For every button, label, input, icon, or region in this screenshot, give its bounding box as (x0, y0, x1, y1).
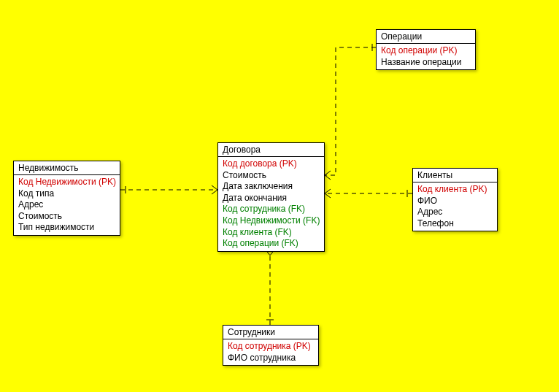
attr: Код Недвижимости (FK) (223, 215, 320, 227)
attr: Код договора (PK) (223, 158, 320, 170)
attr: Дата заключения (223, 181, 320, 193)
attr: Стоимость (18, 211, 115, 223)
attr: Код типа (18, 188, 115, 200)
attr: Стоимость (223, 170, 320, 182)
entity-employees-body: Код сотрудника (PK) ФИО сотрудника (223, 339, 318, 365)
entity-realestate: Недвижимость Код Недвижимости (PK) Код т… (13, 161, 120, 236)
entity-contracts: Договора Код договора (PK) Стоимость Дат… (217, 142, 325, 252)
attr: Название операции (381, 57, 471, 69)
attr: Код сотрудника (FK) (223, 204, 320, 215)
attr: Тип недвижимости (18, 222, 115, 234)
entity-operations: Операции Код операции (PK) Название опер… (376, 29, 476, 70)
attr: Код Недвижимости (PK) (18, 177, 115, 188)
attr: Код сотрудника (PK) (228, 341, 314, 353)
entity-contracts-title: Договора (218, 143, 324, 157)
entity-operations-title: Операции (377, 30, 475, 44)
entity-realestate-title: Недвижимость (14, 161, 120, 175)
attr: Адрес (417, 207, 493, 218)
attr: Телефон (417, 218, 493, 230)
entity-clients-title: Клиенты (413, 169, 497, 182)
entity-employees-title: Сотрудники (223, 326, 318, 339)
attr: Код клиента (FK) (223, 227, 320, 239)
entity-employees: Сотрудники Код сотрудника (PK) ФИО сотру… (223, 325, 319, 366)
entity-contracts-body: Код договора (PK) Стоимость Дата заключе… (218, 157, 324, 251)
attr: ФИО (417, 196, 493, 207)
attr: Код клиента (PK) (417, 184, 493, 196)
attr: Код операции (PK) (381, 45, 471, 57)
entity-clients-body: Код клиента (PK) ФИО Адрес Телефон (413, 182, 497, 231)
entity-realestate-body: Код Недвижимости (PK) Код типа Адрес Сто… (14, 175, 120, 235)
attr: Адрес (18, 199, 115, 211)
attr: Дата окончания (223, 193, 320, 204)
entity-operations-body: Код операции (PK) Название операции (377, 44, 475, 69)
attr: ФИО сотрудника (228, 353, 314, 364)
attr: Код операции (FK) (223, 238, 320, 250)
entity-clients: Клиенты Код клиента (PK) ФИО Адрес Телеф… (412, 168, 498, 231)
